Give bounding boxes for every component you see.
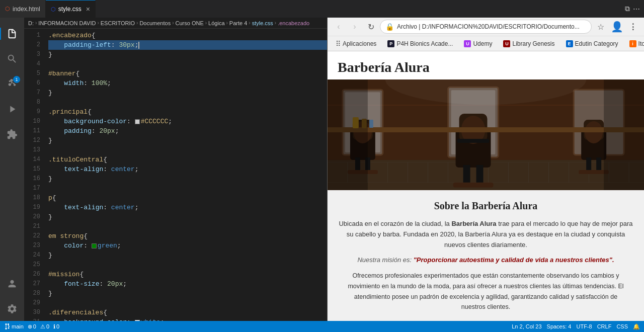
code-line-30: .diferenciales{ [48,308,327,317]
bookmark-libgen[interactable]: U Library Genesis [499,39,558,48]
bookmark-p4h[interactable]: P P4H Bionics Acade... [383,39,457,48]
browser-menu-btn[interactable]: ⋮ [626,20,640,34]
breadcrumb-documentos[interactable]: Documentos [139,20,171,26]
browser-panel: ‹ › ↻ 🔒 Archivo | D:/INFORMACION%20DAVID… [327,18,644,321]
code-line-23: color: green; [48,241,327,251]
svg-rect-50 [328,79,368,190]
errors-count[interactable]: ⊗ 0 [28,323,36,330]
address-secure-icon: 🔒 [385,23,394,31]
svg-rect-36 [453,183,494,188]
browser-back-button[interactable]: ‹ [332,20,346,34]
git-branch[interactable]: main [4,323,24,329]
mission-quote: "Proporcionar autoestima y calidad de vi… [414,256,614,264]
browser-address-bar[interactable]: 🔒 Archivo | D:/INFORMACION%20DAVID/ESCRI… [380,20,592,34]
breadcrumb-sep-8: › [275,20,276,26]
split-editor-icon[interactable]: ⧉ [625,5,630,13]
breadcrumb-informacion[interactable]: INFORMACION DAVID [38,20,96,26]
breadcrumb-selector[interactable]: .encabezado [278,20,309,26]
line-ending-indicator[interactable]: CRLF [597,323,612,329]
code-line-5: #banner{ [48,69,327,78]
activity-files[interactable] [0,22,24,46]
activity-bar: 1 [0,18,24,321]
about-p1-strong: Barbería Alura [451,220,496,227]
breadcrumb-sep-5: › [205,20,207,26]
browser-bookmark-btn[interactable]: ☆ [594,20,608,34]
spaces-indicator[interactable]: Spaces: 4 [547,323,572,329]
warnings-count[interactable]: ⚠ 0 [40,323,49,330]
activity-settings[interactable] [0,297,24,321]
tab-bar-actions: ⧉ ⋯ [621,5,644,13]
browser-content[interactable]: Barbería Alura [328,51,644,321]
breadcrumb-file[interactable]: style.css [252,20,273,26]
p4h-favicon: P [387,40,394,47]
activity-extensions[interactable] [0,122,24,146]
code-line-18: p{ [48,193,327,203]
breadcrumb-escritorio[interactable]: ESCRITORIO [101,20,135,26]
code-line-12: } [48,136,327,145]
breadcrumb-parte4[interactable]: Parte 4 [229,20,247,26]
css-file-icon: ⬡ [51,6,56,13]
status-bar: main ⊗ 0 ⚠ 0 ℹ 0 Ln 2, Col 23 Spaces: 4 … [0,321,644,332]
bookmark-edutin[interactable]: E Edutin Category [562,39,622,48]
code-line-27: font-size: 20px; [48,279,327,289]
svg-rect-34 [463,165,470,185]
activity-run[interactable] [0,97,24,121]
tab-close-button[interactable]: × [86,6,90,13]
source-control-badge: 1 [13,76,20,83]
code-line-2: padding-left: 30px; [48,40,327,50]
bookmark-apps[interactable]: ⠿ Aplicaciones [332,39,380,49]
encoding-indicator[interactable]: UTF-8 [576,323,592,329]
language-indicator[interactable]: CSS [616,323,628,329]
status-bar-left: main ⊗ 0 ⚠ 0 ℹ 0 [4,323,59,330]
browser-profile-btn[interactable]: 👤 [610,20,624,34]
breadcrumb-drive[interactable]: D: [28,20,34,26]
more-actions-icon[interactable]: ⋯ [633,5,640,13]
line-numbers: 12345 678910 1112131415 1617181920 21222… [24,29,44,321]
apps-icon: ⠿ [336,40,341,48]
page-main-title: Barbería Alura [338,59,634,75]
activity-source-control[interactable]: 1 [0,72,24,96]
code-line-1: .encabezado{ [48,31,327,40]
breadcrumb-logica[interactable]: Lógica [208,20,224,26]
cursor-position[interactable]: Ln 2, Col 23 [512,323,541,329]
tab-bar: ⬡ index.html ⬡ style.css × ⧉ ⋯ [0,0,644,18]
code-line-25 [48,260,327,270]
code-line-4 [48,59,327,69]
bookmark-ito[interactable]: i Itofanias app [625,39,644,48]
code-line-22: em strong{ [48,231,327,241]
code-lines: .encabezado{ padding-left: 30px; } #bann… [44,29,327,321]
code-editor[interactable]: 12345 678910 1112131415 1617181920 21222… [24,29,327,321]
html-file-icon: ⬡ [5,6,10,12]
mission-text: Nuestra misión es: "Proporcionar autoest… [338,256,634,264]
activity-account[interactable] [0,272,24,296]
info-count[interactable]: ℹ 0 [53,323,59,330]
edutin-favicon: E [566,40,573,47]
bookmark-apps-label: Aplicaciones [343,40,376,47]
code-line-3: } [48,50,327,59]
tab-style-css[interactable]: ⬡ style.css × [46,0,96,18]
libgen-favicon: U [503,40,510,47]
svg-rect-45 [328,127,644,132]
code-line-31: background-color: white; [48,317,327,321]
code-line-29 [48,298,327,308]
tab-style-label: style.css [58,6,82,13]
tab-index-label: index.html [13,6,40,13]
browser-forward-button[interactable]: › [348,20,362,34]
breadcrumb-sep-7: › [249,20,250,26]
tab-index-html[interactable]: ⬡ index.html [0,0,46,18]
browser-reload-button[interactable]: ↻ [364,20,378,34]
code-line-7: } [48,88,327,98]
notifications-bell[interactable]: 🔔 [633,323,640,330]
code-line-16: } [48,174,327,184]
page-title-section: Barbería Alura [328,51,644,79]
about-paragraph-1: Ubicada en el corazón de la ciudad, la B… [338,219,634,250]
main-layout: 1 D: › INFORMACION DAVID › ESCRITORIO › … [0,18,644,321]
ito-favicon: i [629,40,636,47]
code-line-19: text-align: center; [48,203,327,212]
activity-search[interactable] [0,47,24,71]
bookmark-udemy-label: Udemy [473,40,492,47]
code-line-20: } [48,212,327,222]
breadcrumb-curso[interactable]: Curso ONE [175,20,203,26]
code-line-28: } [48,289,327,298]
bookmark-udemy[interactable]: U Udemy [460,39,496,48]
